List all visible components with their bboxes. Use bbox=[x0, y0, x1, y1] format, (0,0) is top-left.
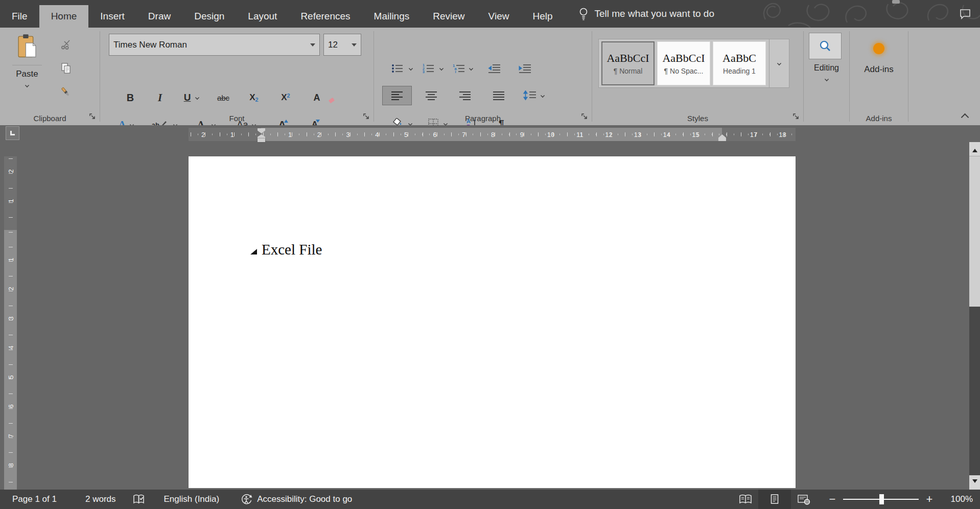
page-number-status[interactable]: Page 1 of 1 bbox=[12, 494, 57, 504]
scrollbar-thumb[interactable] bbox=[969, 156, 980, 307]
menu-tab[interactable]: Review bbox=[421, 5, 476, 28]
decrease-indent-button[interactable] bbox=[484, 59, 504, 78]
editing-button[interactable] bbox=[809, 33, 842, 59]
addins-button-label[interactable]: Add-ins bbox=[850, 64, 908, 75]
vertical-ruler[interactable]: 21 12345678 bbox=[4, 156, 17, 490]
zoom-level[interactable]: 100% bbox=[943, 494, 973, 504]
paste-button[interactable]: Paste bbox=[10, 34, 44, 122]
comment-icon bbox=[959, 7, 972, 20]
underline-button[interactable]: U bbox=[175, 92, 208, 103]
superscript-button[interactable]: X2 bbox=[270, 92, 301, 103]
subscript-button[interactable]: X2 bbox=[238, 92, 270, 103]
bullets-button[interactable] bbox=[388, 59, 416, 78]
proofing-status[interactable] bbox=[132, 493, 146, 505]
style-name: ¶ No Spac... bbox=[664, 67, 704, 75]
tab-stop-icon bbox=[10, 131, 15, 135]
tell-me-label: Tell me what you want to do bbox=[595, 8, 714, 19]
numbering-button[interactable]: 1 2 3 bbox=[419, 59, 447, 78]
menu-tab[interactable]: View bbox=[477, 5, 521, 28]
status-bar-right: − + 100% bbox=[733, 490, 980, 509]
word-window: File Home Insert Draw Design Layout Refe… bbox=[0, 0, 980, 509]
align-center-button[interactable] bbox=[422, 86, 440, 105]
menu-tab[interactable]: Mailings bbox=[362, 5, 422, 28]
format-painter-button[interactable] bbox=[57, 85, 75, 100]
zoom-slider[interactable] bbox=[843, 499, 919, 500]
font-size-dropdown-arrow[interactable] bbox=[352, 43, 357, 49]
numbering-chevron[interactable] bbox=[439, 66, 444, 71]
align-left-button[interactable] bbox=[382, 86, 412, 105]
multilevel-list-button[interactable]: 1 a i bbox=[450, 59, 476, 78]
font-size-combo[interactable]: 12 bbox=[323, 34, 361, 56]
zoom-slider-thumb[interactable] bbox=[879, 494, 884, 504]
proofing-book-icon bbox=[132, 493, 146, 505]
scrollbar-track[interactable] bbox=[969, 307, 980, 475]
web-layout-button[interactable] bbox=[791, 490, 816, 509]
addins-button-icon[interactable] bbox=[873, 43, 884, 54]
tell-me-box[interactable]: Tell me what you want to do bbox=[578, 0, 714, 28]
menu-tab[interactable]: Draw bbox=[136, 5, 182, 28]
menu-tab-label: View bbox=[488, 11, 509, 22]
style-tile[interactable]: AaBbCcI ¶ No Spac... bbox=[657, 41, 710, 85]
language-status[interactable]: English (India) bbox=[164, 494, 220, 504]
horizontal-ruler[interactable]: 21 123456789101112131415 1718 bbox=[189, 128, 796, 141]
styles-gallery: AaBbCcI ¶ Normal AaBbCcI ¶ No Spac... Aa… bbox=[598, 39, 789, 88]
style-tiles: AaBbCcI ¶ Normal AaBbCcI ¶ No Spac... Aa… bbox=[599, 39, 766, 87]
line-spacing-button[interactable] bbox=[520, 86, 548, 105]
bold-button[interactable]: B bbox=[115, 92, 145, 104]
paste-dropdown-chevron[interactable] bbox=[25, 83, 29, 87]
scroll-up-button[interactable] bbox=[969, 142, 980, 156]
strikethrough-button[interactable]: abc bbox=[208, 94, 238, 102]
document-page[interactable]: Excel File bbox=[189, 156, 796, 488]
vertical-scrollbar[interactable] bbox=[969, 125, 980, 490]
read-mode-button[interactable] bbox=[733, 490, 758, 509]
accessibility-status[interactable]: Accessibility: Good to go bbox=[240, 493, 352, 506]
menu-tab[interactable]: Help bbox=[521, 5, 564, 28]
style-tile[interactable]: AaBbCcI ¶ Normal bbox=[601, 41, 655, 85]
styles-gallery-more-button[interactable] bbox=[769, 39, 789, 87]
zoom-in-button[interactable]: + bbox=[923, 493, 936, 506]
zoom-out-button[interactable]: − bbox=[826, 493, 839, 506]
left-indent-marker[interactable] bbox=[258, 138, 265, 142]
ruler-number: 8 bbox=[7, 461, 14, 468]
clipboard-dialog-launcher[interactable] bbox=[89, 112, 96, 122]
font-name-combo[interactable]: Times New Roman bbox=[109, 34, 320, 56]
heading-collapse-icon[interactable] bbox=[250, 249, 257, 254]
style-tile[interactable]: AaBbC Heading 1 bbox=[713, 41, 766, 85]
font-name-dropdown-arrow[interactable] bbox=[310, 43, 315, 49]
menu-tab[interactable]: References bbox=[289, 5, 362, 28]
divider bbox=[12, 65, 42, 65]
editing-chevron[interactable] bbox=[824, 77, 828, 81]
justify-button[interactable] bbox=[489, 86, 508, 105]
line-spacing-chevron[interactable] bbox=[541, 94, 545, 98]
italic-button[interactable]: I bbox=[145, 91, 175, 104]
menu-tab[interactable]: Layout bbox=[236, 5, 289, 28]
menu-tab[interactable]: File bbox=[0, 5, 39, 28]
collapse-ribbon-chevron[interactable] bbox=[961, 113, 969, 122]
multilevel-chevron[interactable] bbox=[469, 66, 473, 71]
paragraph-dialog-launcher[interactable] bbox=[581, 112, 588, 122]
bullets-chevron[interactable] bbox=[409, 66, 413, 71]
addins-group-label: Add-ins bbox=[850, 114, 908, 123]
cut-button[interactable] bbox=[57, 37, 75, 52]
font-dialog-launcher[interactable] bbox=[363, 112, 369, 122]
print-layout-button[interactable] bbox=[758, 490, 791, 509]
multilevel-list-icon: 1 a i bbox=[453, 63, 465, 74]
clear-formatting-button[interactable]: A bbox=[301, 92, 332, 103]
copy-button[interactable] bbox=[57, 61, 75, 76]
web-layout-icon bbox=[797, 493, 811, 505]
tab-stop-selector[interactable] bbox=[6, 126, 19, 140]
styles-dialog-launcher[interactable] bbox=[792, 112, 799, 122]
comments-button[interactable] bbox=[959, 0, 972, 28]
menu-tab[interactable]: Insert bbox=[88, 5, 136, 28]
paste-label: Paste bbox=[16, 69, 38, 79]
underline-dropdown-chevron[interactable] bbox=[195, 96, 199, 100]
increase-indent-button[interactable] bbox=[515, 59, 534, 78]
menu-tab[interactable]: Home bbox=[39, 5, 89, 28]
print-layout-icon bbox=[768, 493, 781, 505]
align-right-button[interactable] bbox=[456, 86, 474, 105]
menu-tab[interactable]: Design bbox=[182, 5, 236, 28]
scroll-down-button[interactable] bbox=[969, 475, 980, 490]
document-workspace: 21 123456789101112131415 1718 21 1234567… bbox=[0, 125, 980, 490]
read-mode-icon bbox=[738, 493, 753, 505]
word-count-status[interactable]: 2 words bbox=[85, 494, 116, 504]
